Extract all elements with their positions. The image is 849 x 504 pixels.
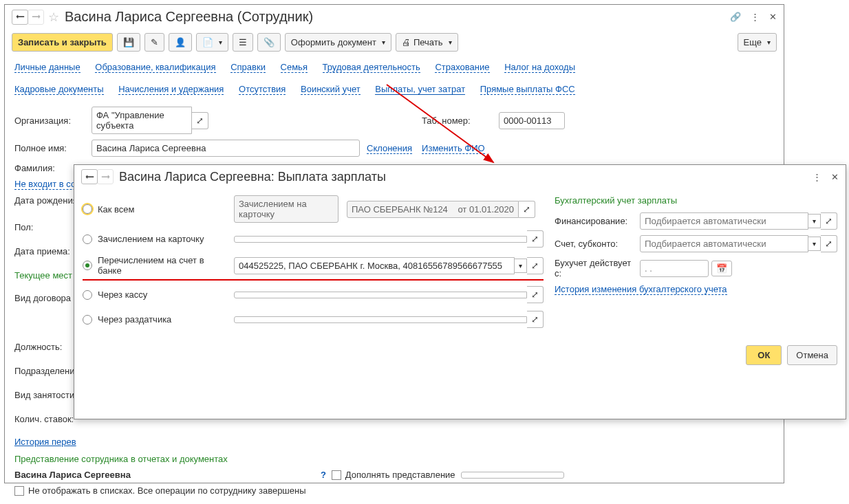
- tab-military[interactable]: Воинский учет: [301, 84, 361, 95]
- financing-expand-button[interactable]: ⤢: [821, 212, 837, 230]
- option-card-radio[interactable]: [83, 234, 92, 244]
- mark-button[interactable]: ✎: [144, 33, 164, 52]
- option-all-method: Зачислением на карточку: [234, 195, 338, 223]
- valid-from-input[interactable]: . .: [640, 260, 709, 277]
- save-button[interactable]: 💾: [117, 33, 140, 52]
- option-bank-row[interactable]: Перечислением на счет в банке 044525225,…: [83, 255, 544, 276]
- option-all-date: от 01.01.2020: [458, 204, 514, 215]
- popup-window: 🠔 🠖 Васина Лариса Сергеевна: Выплата зар…: [74, 164, 846, 419]
- supplement-input[interactable]: [461, 472, 564, 479]
- cancel-button[interactable]: Отмена: [787, 345, 837, 365]
- option-cash-row[interactable]: Через кассу ⤢: [83, 286, 544, 303]
- option-card-label: Зачислением на карточку: [98, 234, 228, 244]
- help-icon[interactable]: ?: [321, 470, 326, 480]
- financing-input[interactable]: [640, 212, 808, 230]
- attach-button[interactable]: 📎: [257, 33, 281, 52]
- option-card-input[interactable]: [234, 236, 527, 243]
- contract-label: Вид договора: [14, 293, 71, 303]
- option-dispenser-row[interactable]: Через раздатчика ⤢: [83, 311, 544, 328]
- tab-personal[interactable]: Личные данные: [14, 62, 80, 73]
- tab-income-tax[interactable]: Налог на доходы: [504, 62, 575, 73]
- option-all-bank-info: ПАО СБЕРБАНК №124: [352, 204, 448, 215]
- fullname-input[interactable]: Васина Лариса Сергеевна: [92, 140, 360, 157]
- option-bank-radio[interactable]: [83, 261, 92, 270]
- popup-nav-back-button[interactable]: 🠔: [81, 169, 98, 184]
- tab-accruals[interactable]: Начисления и удержания: [118, 84, 224, 95]
- list-button[interactable]: ☰: [233, 33, 253, 52]
- tab-row-1: Личные данные Образование, квалификация …: [5, 56, 784, 78]
- account-input[interactable]: [640, 235, 808, 252]
- popup-nav-forward-button[interactable]: 🠖: [97, 169, 114, 184]
- declensions-link[interactable]: Склонения: [367, 143, 412, 154]
- history-transfers-link[interactable]: История перев: [14, 437, 76, 447]
- valid-from-label: Бухучет действует с:: [555, 258, 640, 278]
- supplement-checkbox[interactable]: [332, 470, 341, 480]
- option-bank-expand-button[interactable]: ⤢: [527, 257, 544, 274]
- dob-label: Дата рождения: [14, 195, 78, 206]
- tab-education[interactable]: Образование, квалификация: [95, 62, 215, 73]
- option-bank-label: Перечислением на счет в банке: [98, 255, 228, 276]
- tab-family[interactable]: Семья: [281, 62, 308, 73]
- tab-absences[interactable]: Отсутствия: [239, 84, 286, 95]
- option-dispenser-expand-button[interactable]: ⤢: [527, 311, 544, 328]
- accounting-header: Бухгалтерский учет зарплаты: [555, 195, 837, 206]
- tab-work[interactable]: Трудовая деятельность: [323, 62, 420, 73]
- subdiv-label: Подразделени: [14, 366, 75, 376]
- option-dispenser-input[interactable]: [234, 316, 527, 323]
- org-input[interactable]: ФА "Управление субъекта: [92, 107, 192, 134]
- create-document-dropdown[interactable]: Оформить документ: [285, 33, 391, 52]
- tab-payments[interactable]: Выплаты, учет затрат: [375, 84, 465, 95]
- kebab-menu-icon[interactable]: ⋮: [751, 12, 760, 22]
- save-close-button[interactable]: Записать и закрыть: [12, 33, 113, 52]
- fullname-label: Полное имя:: [14, 143, 92, 153]
- tabnum-input[interactable]: 0000-00113: [499, 112, 565, 129]
- tab-hr-docs[interactable]: Кадровые документы: [14, 84, 104, 95]
- supplement-label: Дополнять представление: [345, 470, 455, 480]
- option-dispenser-radio[interactable]: [83, 315, 92, 325]
- main-toolbar: Записать и закрыть 💾 ✎ 👤 📄 ☰ 📎 Оформить …: [5, 29, 784, 56]
- option-cash-label: Через кассу: [98, 289, 228, 300]
- popup-kebab-menu-icon[interactable]: ⋮: [813, 172, 821, 182]
- option-card-expand-button[interactable]: ⤢: [527, 230, 544, 248]
- link-icon[interactable]: 🔗: [730, 12, 741, 22]
- form-button[interactable]: 📄: [196, 33, 228, 52]
- option-all-expand-button[interactable]: ⤢: [519, 201, 535, 218]
- highlight-underline: [83, 279, 544, 281]
- user-button[interactable]: 👤: [169, 33, 192, 52]
- more-dropdown[interactable]: Еще: [738, 33, 777, 52]
- close-icon[interactable]: ✕: [769, 12, 777, 22]
- accounting-history-link[interactable]: История изменения бухгалтерского учета: [555, 284, 727, 295]
- hide-checkbox[interactable]: [14, 486, 24, 496]
- nav-back-button[interactable]: 🠔: [12, 10, 28, 25]
- option-bank-input[interactable]: 044525225, ПАО СБЕРБАНК г. Москва, 40816…: [234, 257, 515, 274]
- option-all-row[interactable]: Как всем Зачислением на карточку ПАО СБЕ…: [83, 195, 544, 223]
- account-dropdown[interactable]: ▾: [808, 237, 821, 251]
- option-cash-radio[interactable]: [83, 290, 92, 300]
- print-dropdown[interactable]: 🖨 Печать: [396, 33, 458, 52]
- emptype-label: Вид занятости: [14, 390, 74, 400]
- payment-options-column: Как всем Зачислением на карточку ПАО СБЕ…: [83, 195, 544, 336]
- org-label: Организация:: [14, 116, 92, 126]
- account-expand-button[interactable]: ⤢: [821, 235, 837, 252]
- financing-dropdown[interactable]: ▾: [808, 214, 821, 228]
- option-bank-dropdown[interactable]: ▾: [515, 259, 527, 273]
- favorite-star-icon[interactable]: ☆: [48, 10, 59, 25]
- tab-direct-pay[interactable]: Прямые выплаты ФСС: [480, 84, 575, 95]
- hire-label: Дата приема:: [14, 246, 70, 256]
- popup-close-icon[interactable]: ✕: [831, 172, 839, 182]
- calendar-icon[interactable]: 📅: [711, 261, 732, 276]
- change-fio-link[interactable]: Изменить ФИО: [422, 143, 485, 154]
- option-card-row[interactable]: Зачислением на карточку ⤢: [83, 230, 544, 248]
- accounting-column: Бухгалтерский учет зарплаты Финансирован…: [555, 195, 837, 336]
- ok-button[interactable]: ОК: [746, 345, 782, 365]
- nav-forward-button[interactable]: 🠖: [28, 10, 44, 25]
- org-expand-button[interactable]: ⤢: [192, 112, 208, 129]
- tab-inquiries[interactable]: Справки: [230, 62, 266, 73]
- gender-label: Пол:: [14, 222, 34, 232]
- option-all-radio[interactable]: [83, 204, 92, 214]
- option-cash-input[interactable]: [234, 292, 527, 298]
- option-cash-expand-button[interactable]: ⤢: [527, 286, 544, 303]
- tab-insurance[interactable]: Страхование: [435, 62, 489, 73]
- hide-label: Не отображать в списках. Все операции по…: [28, 485, 306, 496]
- popup-title: Васина Лариса Сергеевна: Выплата зарплат…: [119, 170, 813, 184]
